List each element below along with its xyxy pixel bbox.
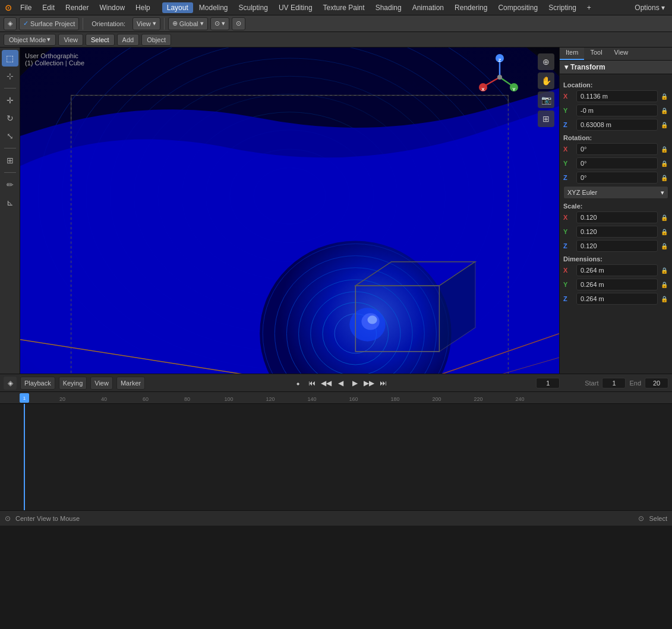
workspace-tab-scripting[interactable]: Scripting: [544, 2, 581, 13]
tool-rotate[interactable]: ↻: [2, 110, 18, 127]
scene-checkbox[interactable]: ✓ Surface Project: [19, 17, 79, 30]
location-z-lock[interactable]: 🔒: [660, 121, 668, 129]
tool-transform[interactable]: ⊞: [2, 152, 18, 169]
scale-x-lock[interactable]: 🔒: [660, 213, 668, 222]
workspace-tab-animation[interactable]: Animation: [408, 2, 449, 13]
tool-measure[interactable]: ⊾: [2, 194, 18, 211]
current-frame-input[interactable]: 1: [536, 378, 560, 388]
orientation-dropdown[interactable]: View ▾: [132, 17, 160, 30]
workspace-tab-uv-editing[interactable]: UV Editing: [274, 2, 317, 13]
playback-menu[interactable]: Playback: [20, 377, 55, 390]
location-x-lock[interactable]: 🔒: [660, 92, 668, 100]
mode-label: Object Mode: [9, 36, 46, 43]
tool-cursor[interactable]: ⊹: [2, 68, 18, 84]
marker-menu[interactable]: Marker: [116, 377, 145, 390]
next-keyframe-btn[interactable]: ▶▶: [364, 378, 374, 388]
rotation-y-input[interactable]: 0°: [576, 157, 658, 169]
tool-annotate[interactable]: ✏: [2, 176, 18, 193]
workspace-tab-rendering[interactable]: Rendering: [450, 2, 492, 13]
scale-x-input[interactable]: 0.120: [576, 211, 658, 223]
dim-x-input[interactable]: 0.264 m: [576, 264, 658, 276]
workspace-tab-modeling[interactable]: Modeling: [194, 2, 233, 13]
start-label: Start: [585, 380, 598, 387]
scale-y-lock[interactable]: 🔒: [660, 227, 668, 236]
location-z-input[interactable]: 0.63008 m: [576, 119, 658, 131]
options-button[interactable]: Options ▾: [630, 2, 670, 13]
rotation-z-input[interactable]: 0°: [576, 172, 658, 184]
gizmo[interactable]: Z Y X: [476, 53, 523, 101]
scene-switcher[interactable]: ◈: [4, 17, 17, 30]
location-y-lock[interactable]: 🔒: [660, 106, 668, 115]
add-workspace-button[interactable]: +: [582, 2, 596, 13]
svg-text:X: X: [481, 87, 485, 92]
select-menu[interactable]: Select: [86, 34, 115, 46]
scale-z-input[interactable]: 0.120: [576, 240, 658, 252]
prev-keyframe-btn[interactable]: ◀: [335, 378, 346, 388]
dim-z-label: Z: [563, 295, 574, 302]
dim-y-input[interactable]: 0.264 m: [576, 279, 658, 290]
euler-mode-dropdown[interactable]: XYZ Euler ▾: [563, 186, 668, 199]
workspace-tab-layout[interactable]: Layout: [162, 2, 193, 13]
location-y-input[interactable]: -0 m: [576, 105, 658, 116]
timeline-ruler: 1 20 40 60 80 100 120 140 160 180 200 22…: [0, 392, 672, 404]
menu-file[interactable]: File: [15, 2, 36, 13]
start-frame-input[interactable]: 1: [602, 378, 626, 388]
dim-z-lock[interactable]: 🔒: [660, 295, 668, 303]
scale-y-input[interactable]: 0.120: [576, 226, 658, 238]
svg-line-38: [484, 77, 500, 86]
workspace-tab-shading[interactable]: Shading: [371, 2, 406, 13]
tool-scale[interactable]: ⤡: [2, 128, 18, 144]
timeline-content[interactable]: [0, 404, 672, 510]
tab-item[interactable]: Item: [560, 48, 584, 60]
workspace-tab-texture-paint[interactable]: Texture Paint: [318, 2, 370, 13]
blender-logo-icon[interactable]: ⊙: [2, 2, 14, 14]
add-menu[interactable]: Add: [117, 34, 140, 46]
grid-btn[interactable]: ⊞: [538, 110, 554, 127]
sep2: [164, 18, 165, 30]
dim-x-lock[interactable]: 🔒: [660, 266, 668, 274]
end-frame-input[interactable]: 20: [645, 378, 668, 388]
rotation-y-lock[interactable]: 🔒: [660, 159, 668, 167]
tool-select[interactable]: ⬚: [2, 50, 18, 67]
tab-view[interactable]: View: [608, 48, 635, 60]
tool-move[interactable]: ✛: [2, 92, 18, 109]
viewport[interactable]: User Orthographic (1) Collection | Cube …: [20, 48, 559, 374]
prev-frame-btn[interactable]: ◀◀: [321, 378, 332, 388]
timeline[interactable]: 1 20 40 60 80 100 120 140 160 180 200 22…: [0, 391, 672, 510]
workspace-tab-compositing[interactable]: Compositing: [493, 2, 542, 13]
workspace-tab-sculpting[interactable]: Sculpting: [234, 2, 273, 13]
status-left-text: Center View to Mouse: [15, 515, 80, 522]
scale-z-lock[interactable]: 🔒: [660, 242, 668, 250]
menu-render[interactable]: Render: [61, 2, 93, 13]
rotation-x-lock[interactable]: 🔒: [660, 145, 668, 153]
tool-sep1: [4, 88, 16, 88]
view-menu[interactable]: View: [58, 34, 83, 46]
snap-options[interactable]: ⊙ ▾: [210, 17, 229, 30]
location-x-input[interactable]: 0.1136 m: [576, 90, 658, 102]
timeline-expand-btn[interactable]: ◈: [4, 377, 17, 390]
rotation-z-lock[interactable]: 🔒: [660, 173, 668, 182]
transform-collapse-icon[interactable]: ▾: [564, 63, 568, 71]
play-btn[interactable]: ▶: [349, 378, 360, 388]
proportional-btn[interactable]: ⊙: [232, 17, 245, 30]
jump-end-btn[interactable]: ⏭: [378, 378, 389, 388]
mode-dropdown[interactable]: Object Mode ▾: [4, 34, 56, 46]
tl-view-menu[interactable]: View: [90, 377, 113, 390]
sep1: [83, 18, 83, 30]
zoom-in-btn[interactable]: ⊕: [538, 53, 554, 70]
scale-z-label: Z: [563, 242, 574, 249]
menu-edit[interactable]: Edit: [37, 2, 59, 13]
keying-menu[interactable]: Keying: [59, 377, 87, 390]
dim-y-lock[interactable]: 🔒: [660, 280, 668, 289]
frame-line: [24, 404, 25, 510]
camera-btn[interactable]: 📷: [538, 91, 554, 108]
menu-help[interactable]: Help: [131, 2, 155, 13]
snap-global[interactable]: ⊕ Global ▾: [168, 17, 208, 30]
rotation-x-input[interactable]: 0°: [576, 143, 658, 155]
dim-z-input[interactable]: 0.264 m: [576, 293, 658, 305]
jump-start-btn[interactable]: ⏮: [307, 378, 317, 388]
object-menu[interactable]: Object: [141, 34, 171, 46]
hand-tool-btn[interactable]: ✋: [538, 72, 554, 89]
menu-window[interactable]: Window: [94, 2, 130, 13]
tab-tool[interactable]: Tool: [584, 48, 608, 60]
